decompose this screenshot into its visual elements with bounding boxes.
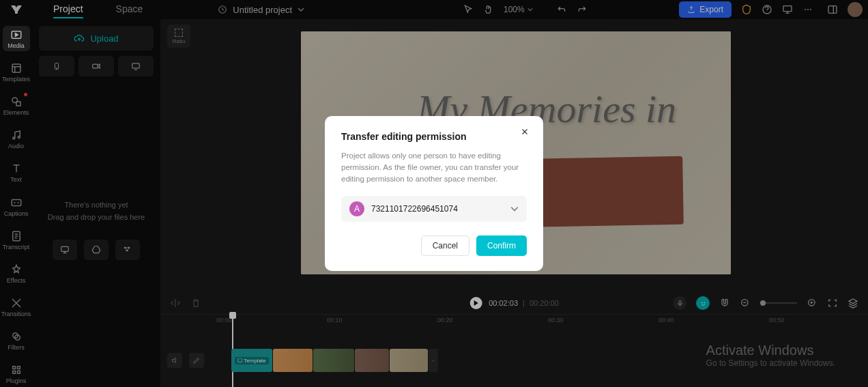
transfer-permission-modal: Transfer editing permission Project allo…	[325, 116, 543, 272]
close-icon	[520, 127, 530, 137]
member-select-dropdown[interactable]: A 7321101722696451074	[341, 196, 527, 222]
modal-description: Project allows only one person to have e…	[341, 150, 527, 186]
modal-overlay[interactable]: Transfer editing permission Project allo…	[0, 0, 868, 387]
member-name: 7321101722696451074	[371, 204, 510, 214]
member-avatar: A	[349, 201, 364, 216]
modal-title: Transfer editing permission	[341, 131, 527, 142]
chevron-down-icon	[510, 205, 519, 213]
cancel-button[interactable]: Cancel	[421, 235, 469, 256]
modal-close-button[interactable]	[520, 127, 532, 139]
confirm-button[interactable]: Confirm	[476, 235, 527, 256]
